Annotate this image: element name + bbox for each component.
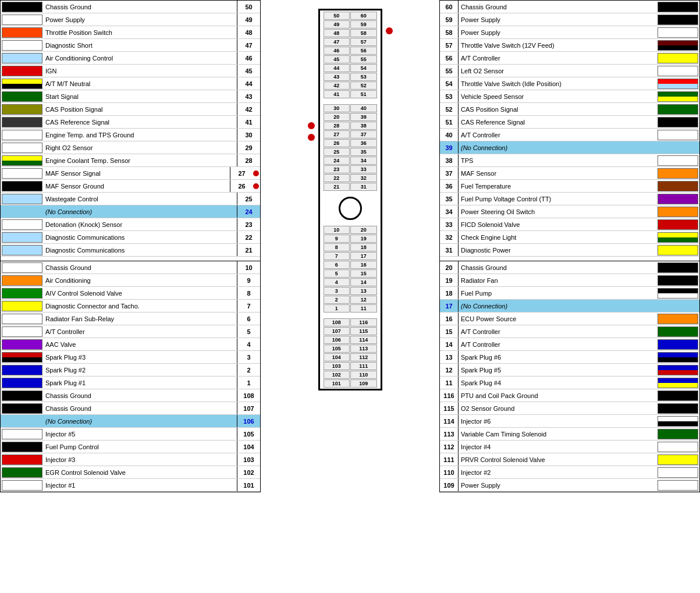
pin-number: 43 [237,90,260,102]
right-pin-row: 15A/T Controller [440,325,699,338]
wire-color-swatch [2,245,42,255]
pin-number: 31 [440,244,459,256]
pin-label: Engine Coolant Temp. Sensor [44,157,237,164]
connector-pin: 23 [324,165,350,173]
connector-lock-circle [339,197,362,220]
right-pin-row: 16ECU Power Source [440,313,699,325]
pin-number: 12 [440,364,459,376]
pin-label: Diagnostic Power [459,247,656,254]
connector-pin: 116 [350,318,377,326]
left-pin-row: MAF Sensor Signal27 [1,167,260,180]
wire-color-swatch [658,262,698,273]
pin-number: 18 [440,287,459,299]
left-pin-row: IGN45 [1,65,260,77]
pin-number: 23 [237,218,260,230]
connector-pin: 17 [350,252,377,260]
connector-body-wrap: 5060495948584757465645554454435342524151… [318,9,382,390]
right-pin-row: 31Diagnostic Power [440,244,699,257]
connector-pin: 27 [324,130,350,139]
connector-pin: 112 [350,353,377,361]
pin-label: Chassis Ground [44,392,237,399]
connection-dot [253,183,259,189]
pin-number: 53 [440,90,459,102]
right-pin-row: 35Fuel Pump Voltage Control (TT) [440,193,699,205]
wire-color-swatch [2,79,42,89]
section-gap [440,257,699,261]
pin-label: Diagnostic Communications [44,247,237,254]
connector-pin: 24 [324,157,350,165]
wire-color-swatch [658,2,698,12]
pin-number: 101 [237,479,260,491]
pin-label: Spark Plug #1 [44,379,237,386]
pin-number: 60 [440,1,459,13]
pin-label: MAF Sensor Signal [44,170,230,177]
pin-number: 14 [440,338,459,350]
pin-number: 49 [237,13,260,26]
left-pin-row: Engine Coolant Temp. Sensor28 [1,154,260,167]
wire-color-swatch [2,207,42,217]
left-panel: Chassis Ground50Power Supply49Throttle P… [0,0,261,492]
wire-color-swatch [658,40,698,51]
connection-dot-27 [308,122,315,129]
pin-number: 19 [440,274,459,286]
pin-number: 30 [237,129,260,141]
wire-color-swatch [2,168,42,179]
pin-label: CAS Position Signal [44,106,237,113]
right-pin-row: 116PTU and Coil Pack Ground [440,389,699,402]
pin-label: A/T Controller [459,328,656,335]
wire-color-swatch [658,326,698,337]
pin-label: Injector #2 [459,469,656,476]
pin-label: Variable Cam Timing Solenoid [459,431,656,438]
pin-number: 33 [440,218,459,230]
pin-number: 55 [440,65,459,77]
pin-number: 1 [237,377,260,389]
pin-number: 22 [237,231,260,243]
connector-pin: 44 [324,64,350,72]
wire-color-swatch [658,117,698,127]
wire-color-swatch [2,66,42,76]
pin-number: 4 [237,338,260,350]
pin-label: Injector #4 [459,443,656,450]
connector-pin: 32 [350,174,377,182]
pin-number: 50 [237,1,260,13]
connector-pin: 31 [350,183,377,191]
pin-label: Injector #5 [44,431,237,438]
wire-color-swatch [658,442,698,452]
wire-color-swatch [658,66,698,76]
connector-pin: 107 [324,327,350,335]
wire-color-swatch [2,219,42,230]
left-pin-row: AIV Control Solenoid Valve8 [1,287,260,300]
pin-number: 7 [237,300,260,312]
wire-color-swatch [2,352,42,363]
pin-number: 110 [440,466,459,478]
connector-pin: 11 [350,304,377,313]
left-pin-row: EGR Control Solenoid Valve102 [1,466,260,479]
wire-color-swatch [2,27,42,38]
connector-pin: 102 [324,371,350,379]
left-pin-row: (No Connection)106 [1,415,260,428]
center-connector-panel: 5060495948584757465645554454435342524151… [261,0,439,492]
wire-color-swatch [2,301,42,311]
left-pin-row: (No Connection)24 [1,205,260,218]
connector-pin: 8 [324,243,350,251]
main-container: Chassis Ground50Power Supply49Throttle P… [0,0,700,492]
pin-label: Spark Plug #2 [44,367,237,374]
pin-label: Chassis Ground [459,264,656,271]
left-pin-row: Power Supply49 [1,13,260,26]
connector-pin: 46 [324,47,350,55]
pin-label: Diagnostic Connector and Tacho. [44,303,237,310]
left-pin-row: Injector #3103 [1,453,260,466]
left-pin-row: Injector #5105 [1,428,260,441]
connector-pin: 105 [324,345,350,353]
pin-label: CAS Reference Signal [44,119,237,126]
pin-number: 54 [440,77,459,90]
pin-number: 109 [440,479,459,491]
wire-color-swatch [658,130,698,140]
connector-pin: 6 [324,261,350,269]
left-pin-row: Detonation (Knock) Sensor23 [1,218,260,231]
left-pin-row: Spark Plug #11 [1,377,260,389]
wire-color-swatch [2,339,42,350]
pin-number: 34 [440,205,459,218]
pin-number: 32 [440,231,459,243]
pin-label: Chassis Ground [44,405,237,412]
